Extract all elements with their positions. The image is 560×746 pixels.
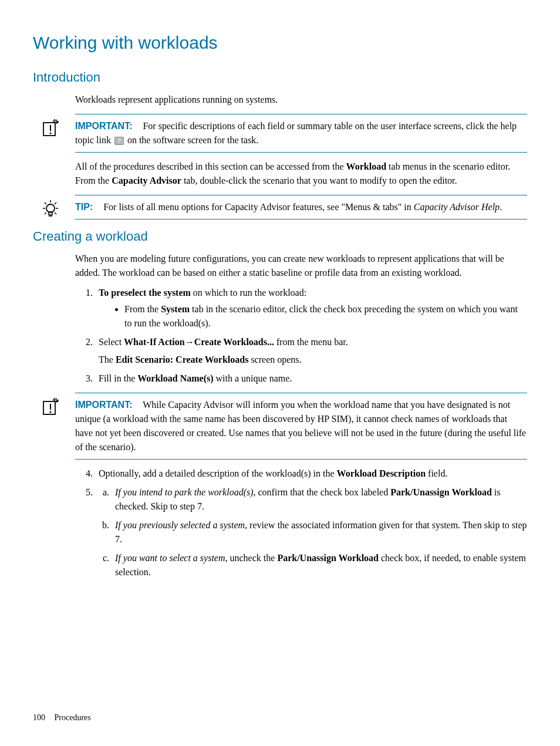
step-4: Optionally, add a detailed description o…: [95, 467, 527, 481]
step5c-italic: If you want to select a system: [115, 553, 225, 563]
steps-list-1: To preselect the system on which to run …: [75, 286, 527, 386]
edit-scenario-bold: Edit Scenario: Create Workloads: [116, 355, 249, 364]
page-number: 100: [33, 713, 45, 722]
step-5: If you intend to park the workload(s), c…: [95, 485, 527, 579]
tip-icon: [41, 199, 60, 218]
important-callout-2: IMPORTANT: While Capacity Advisor will i…: [75, 393, 527, 460]
step5b-italic: If you previously selected a system: [115, 520, 245, 530]
step-5c: If you want to select a system, uncheck …: [112, 551, 527, 579]
svg-point-3: [46, 204, 55, 212]
text-span: All of the procedures described in this …: [75, 161, 346, 171]
arrow-icon: →: [185, 337, 194, 347]
footer-label: Procedures: [55, 713, 91, 722]
workload-desc-bold: Workload Description: [337, 468, 426, 478]
system-bold: System: [161, 304, 190, 314]
svg-line-7: [45, 202, 46, 204]
intro-paragraph: Workloads represent applications running…: [75, 93, 527, 107]
create-intro-paragraph: When you are modeling future configurati…: [75, 252, 527, 280]
important-icon: [41, 118, 60, 137]
workload-names-bold: Workload Name(s): [137, 373, 213, 383]
text-span: from the menu bar.: [274, 337, 348, 347]
capacity-advisor-bold: Capacity Advisor: [112, 175, 181, 185]
svg-line-12: [55, 212, 56, 214]
important-label: IMPORTANT:: [75, 400, 132, 410]
step1-bullet: From the System tab in the scenario edit…: [124, 302, 527, 330]
important-text: While Capacity Advisor will inform you w…: [75, 400, 526, 452]
text-span: with a unique name.: [214, 373, 292, 383]
page-footer: 100 Procedures: [33, 711, 91, 724]
step1-bold: To preselect the system: [99, 288, 191, 298]
steps-list-2: Optionally, add a detailed description o…: [75, 467, 527, 579]
help-icon: [114, 137, 124, 145]
tip-text-a: For lists of all menu options for Capaci…: [103, 202, 414, 212]
step-5a: If you intend to park the workload(s), c…: [112, 485, 527, 514]
svg-rect-13: [43, 401, 55, 414]
step-3: Fill in the Workload Name(s) with a uniq…: [95, 372, 527, 386]
text-span: The: [99, 355, 116, 364]
text-span: , uncheck the: [225, 553, 278, 563]
text-span: Select: [99, 337, 124, 347]
svg-rect-4: [49, 212, 52, 215]
tip-text-c: .: [500, 202, 502, 212]
step-2: Select What-If Action→Create Workloads..…: [95, 335, 527, 367]
create-workloads-bold: Create Workloads...: [194, 337, 274, 347]
tip-label: TIP:: [75, 202, 93, 212]
step1-bullets: From the System tab in the scenario edit…: [99, 302, 527, 330]
svg-rect-0: [43, 123, 55, 136]
section-heading-create: Creating a workload: [33, 227, 527, 246]
important-label: IMPORTANT:: [75, 121, 132, 131]
important-icon: [41, 397, 60, 416]
page-title: Working with workloads: [33, 29, 527, 56]
whatif-bold: What-If Action: [124, 337, 185, 347]
tip-text-italic: Capacity Advisor Help: [414, 202, 500, 212]
tip-callout: TIP: For lists of all menu options for C…: [75, 195, 527, 220]
svg-line-8: [55, 202, 56, 204]
text-span: tab, double-click the scenario that you …: [181, 175, 457, 185]
svg-point-2: [50, 133, 52, 134]
svg-point-15: [50, 411, 52, 413]
important-callout-1: IMPORTANT: For specific descriptions of …: [75, 114, 527, 153]
park-unassign-bold: Park/Unassign Workload: [390, 487, 492, 497]
step2-sub: The Edit Scenario: Create Workloads scre…: [99, 353, 527, 367]
text-span: , confirm that the check box labeled: [254, 487, 391, 497]
step5-sublist: If you intend to park the workload(s), c…: [99, 485, 527, 579]
important-text-after: on the software screen for the task.: [125, 135, 258, 145]
step-5b: If you previously selected a system, rev…: [112, 518, 527, 546]
step-1: To preselect the system on which to run …: [95, 286, 527, 330]
step5a-italic: If you intend to park the workload(s): [115, 487, 254, 497]
text-span: Fill in the: [99, 373, 137, 383]
section-heading-intro: Introduction: [33, 67, 527, 87]
workload-tab-paragraph: All of the procedures described in this …: [75, 160, 527, 188]
park-unassign-bold-2: Park/Unassign Workload: [277, 553, 379, 563]
text-span: Optionally, add a detailed description o…: [99, 468, 337, 478]
workload-bold: Workload: [346, 161, 386, 171]
text-span: field.: [426, 468, 447, 478]
text-span: screen opens.: [248, 355, 301, 364]
step1-text: on which to run the workload:: [191, 288, 306, 298]
text-span: From the: [124, 304, 161, 314]
svg-line-11: [45, 212, 46, 214]
